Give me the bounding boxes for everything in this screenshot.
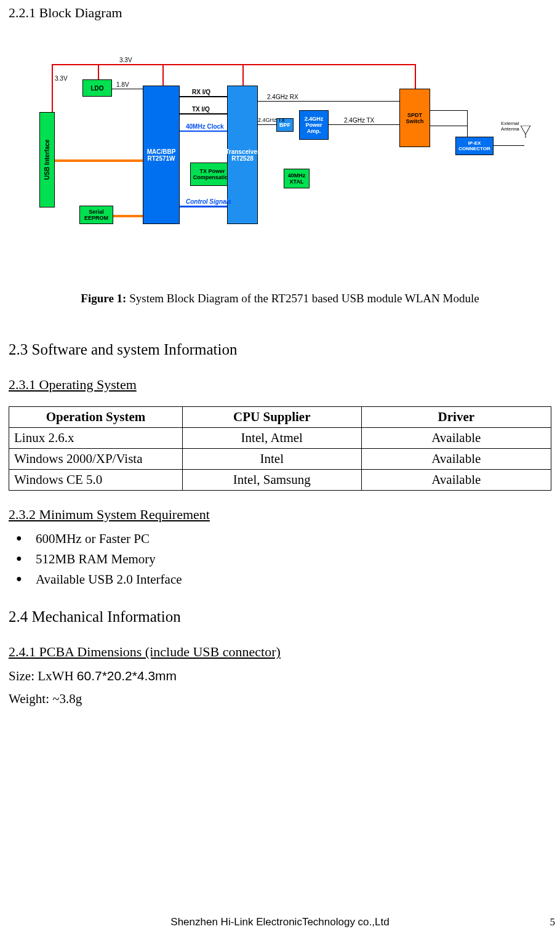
os-table: Operation System CPU Supplier Driver Lin… <box>9 406 551 491</box>
label-3v3b: 3.3V <box>55 75 68 82</box>
page-number: 5 <box>550 916 556 928</box>
label-control-signals: Control Signals <box>186 198 231 205</box>
section-2-2-1-title: 2.2.1 Block Diagram <box>9 5 551 21</box>
block-power-amp: 2.4GHz Power Amp. <box>299 110 329 140</box>
cell-cpu: Intel, Samsung <box>182 470 361 491</box>
label-24ghz-rx: 2.4GHz RX <box>267 94 298 100</box>
requirements-list: 600MHz or Faster PC 512MB RAM Memory Ava… <box>9 529 551 590</box>
label-1v8: 1.8V <box>116 81 129 88</box>
weight-line: Weight: ~3.8g <box>9 689 551 709</box>
label-rx-iq: RX I/Q <box>192 89 210 95</box>
cell-cpu: Intel <box>182 449 361 470</box>
cell-driver: Available <box>361 428 551 449</box>
size-label: Size: LxWH <box>9 669 77 683</box>
table-row: Windows CE 5.0 Intel, Samsung Available <box>9 470 551 491</box>
label-external-antenna: External Antenna <box>501 121 519 132</box>
label-40mhz-clock: 40MHz Clock <box>186 123 224 130</box>
table-header-os: Operation System <box>9 407 183 428</box>
section-2-3-1-title: 2.3.1 Operating System <box>9 377 551 393</box>
block-ldo: LDO <box>82 79 112 97</box>
cell-os: Windows 2000/XP/Vista <box>9 449 183 470</box>
figure-text: System Block Diagram of the RT2571 based… <box>126 292 479 305</box>
label-tx-iq: TX I/Q <box>192 106 210 113</box>
label-24ghz-tx-b: 2.4GHz TX <box>344 117 374 124</box>
block-spdt-switch: SPDT Switch <box>399 89 430 147</box>
list-item: Available USB 2.0 Interface <box>16 569 551 590</box>
figure-label: Figure 1: <box>81 292 126 305</box>
section-2-3-2-title: 2.3.2 Minimum System Requirement <box>9 507 551 523</box>
cell-driver: Available <box>361 449 551 470</box>
cell-cpu: Intel, Atmel <box>182 428 361 449</box>
block-usb-interface: USB Interface <box>39 112 55 207</box>
table-row: Windows 2000/XP/Vista Intel Available <box>9 449 551 470</box>
svg-marker-0 <box>521 126 530 134</box>
section-2-4-title: 2.4 Mechanical Information <box>9 608 551 625</box>
footer-company: Shenzhen Hi-Link ElectronicTechnology co… <box>0 916 560 928</box>
block-xtal: 40MHz XTAL <box>284 169 310 188</box>
size-line: Size: LxWH 60.7*20.2*4.3mm <box>9 666 551 686</box>
block-eeprom: Serial EEPROM <box>79 206 113 224</box>
cell-os: Linux 2.6.x <box>9 428 183 449</box>
section-2-3-title: 2.3 Software and system Information <box>9 341 551 358</box>
figure-1-caption: Figure 1: System Block Diagram of the RT… <box>9 292 551 305</box>
table-header-driver: Driver <box>361 407 551 428</box>
table-row: Linux 2.6.x Intel, Atmel Available <box>9 428 551 449</box>
block-transceiver: Transceiver RT2528 <box>227 86 258 224</box>
block-mac-bbp: MAC/BBP RT2571W <box>143 86 180 224</box>
block-ipex-connector: IP-EX CONNECTOR <box>455 137 494 155</box>
block-diagram: 3.3V 3.3V 1.8V USB Interface LDO MAC/BBP… <box>21 52 539 255</box>
section-2-4-1-title: 2.4.1 PCBA Dimensions (include USB conne… <box>9 644 551 660</box>
cell-os: Windows CE 5.0 <box>9 470 183 491</box>
size-value: 60.7*20.2*4.3mm <box>77 669 177 683</box>
list-item: 512MB RAM Memory <box>16 549 551 569</box>
cell-driver: Available <box>361 470 551 491</box>
list-item: 600MHz or Faster PC <box>16 529 551 549</box>
label-24ghz-tx-a: 2.4GHz TX <box>258 117 285 123</box>
table-header-cpu: CPU Supplier <box>182 407 361 428</box>
label-3v3: 3.3V <box>119 57 132 63</box>
